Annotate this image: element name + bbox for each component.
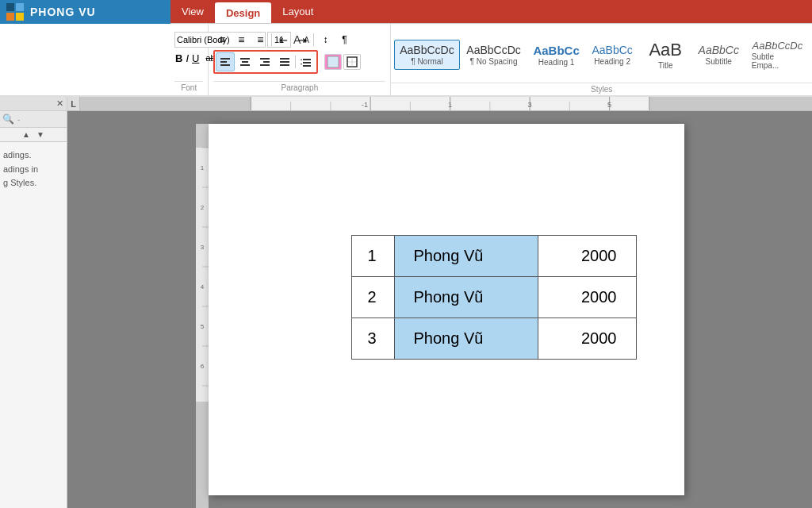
paragraph-controls: ≡ ≡ ≡ ⇤ ⇥ ↕ ¶ xyxy=(213,27,385,81)
tab-layout[interactable]: Layout xyxy=(271,0,324,23)
style-subtitle[interactable]: AaBbCc Subtitle xyxy=(693,40,745,70)
svg-rect-9 xyxy=(280,58,289,60)
nav-content: adings. adings in g Styles. xyxy=(0,142,67,197)
style-title-label: Title xyxy=(658,61,673,70)
svg-rect-3 xyxy=(240,58,250,60)
table-cell-name-3: Phong Vũ xyxy=(394,318,538,360)
svg-marker-15 xyxy=(301,59,302,60)
line-spacing-icon xyxy=(301,56,312,67)
style-heading2[interactable]: AaBbCc Heading 2 xyxy=(587,40,638,70)
bullets-btn[interactable]: ≡ xyxy=(213,32,231,48)
tab-marker[interactable]: L xyxy=(67,97,80,111)
tab-view[interactable]: View xyxy=(170,0,215,23)
alignment-group xyxy=(213,50,318,74)
style-no-spacing-preview: AaBbCcDc xyxy=(466,44,520,56)
logo-sq-4 xyxy=(16,13,24,21)
style-subtitle-label: Subtitle xyxy=(706,57,732,66)
svg-rect-41 xyxy=(196,124,209,148)
underline-btn[interactable]: U xyxy=(191,50,200,66)
svg-text:-1: -1 xyxy=(362,101,368,109)
style-no-spacing[interactable]: AaBbCcDc ¶ No Spacing xyxy=(462,40,527,70)
align-justify-btn[interactable] xyxy=(275,52,294,71)
arrow-down-btn[interactable]: ▼ xyxy=(36,130,44,139)
table-cell-name-1: Phong Vũ xyxy=(394,236,538,277)
style-title[interactable]: AaB Title xyxy=(640,36,691,74)
align-center-btn[interactable] xyxy=(236,52,255,71)
svg-rect-12 xyxy=(303,59,311,60)
para-sep1 xyxy=(271,33,272,46)
table-cell-val-3: 2000 xyxy=(538,318,636,360)
logo-sq-2 xyxy=(16,3,24,11)
svg-marker-16 xyxy=(301,64,302,65)
tab-design[interactable]: Design xyxy=(215,1,271,23)
svg-text:6: 6 xyxy=(200,363,204,370)
logo-area: PHONG VU xyxy=(0,0,170,24)
style-subtle-label: Subtle Empa... xyxy=(752,52,803,70)
line-spacing-btn[interactable] xyxy=(297,52,316,71)
table-cell-val-2: 2000 xyxy=(538,277,636,318)
document-page: 1 Phong Vũ 2000 2 Phong Vũ 2000 3 Phong … xyxy=(209,124,684,495)
shading-icon xyxy=(327,56,339,68)
font-group: A A B I U abc x₂ x² A A A Fon xyxy=(0,24,209,95)
doc-area: L xyxy=(67,97,812,508)
svg-text:2: 2 xyxy=(200,204,204,211)
styles-group: AaBbCcDc ¶ Normal AaBbCcDc ¶ No Spacing … xyxy=(391,24,812,95)
nav-panel: ✕ 🔍 - ▲ ▼ adings. adings in g Styles. xyxy=(0,97,67,508)
search-dash: - xyxy=(17,115,20,124)
logo-sq-1 xyxy=(6,3,14,11)
multilevel-btn[interactable]: ≡ xyxy=(251,32,269,48)
logo-sq-3 xyxy=(6,13,14,21)
svg-text:5: 5 xyxy=(200,323,204,330)
para-sep2 xyxy=(313,33,314,46)
table-cell-num-1: 1 xyxy=(351,236,394,277)
decrease-indent-btn[interactable]: ⇤ xyxy=(274,32,292,48)
show-formatting-btn[interactable]: ¶ xyxy=(335,32,353,48)
ruler-h: -1 1 3 5 xyxy=(80,97,812,110)
align-left-icon xyxy=(220,56,231,67)
table-cell-name-2: Phong Vũ xyxy=(394,277,538,318)
svg-rect-14 xyxy=(303,65,311,67)
increase-indent-btn[interactable]: ⇥ xyxy=(293,32,311,48)
align-center-icon xyxy=(239,56,251,67)
svg-rect-13 xyxy=(303,62,311,64)
table-cell-num-3: 3 xyxy=(351,318,394,360)
nav-arrows-row: ▲ ▼ xyxy=(0,128,67,142)
font-format-row: B I U abc x₂ x² A A A xyxy=(174,50,203,66)
style-heading1-label: Heading 1 xyxy=(538,58,575,67)
paragraph-group: ≡ ≡ ≡ ⇤ ⇥ ↕ ¶ xyxy=(209,24,391,95)
style-subtle-emphasis[interactable]: AaBbCcDc Subtle Empa... xyxy=(746,36,809,74)
font-name-row: A A xyxy=(174,32,203,48)
sort-btn[interactable]: ↕ xyxy=(316,32,334,48)
italic-btn[interactable]: I xyxy=(185,50,190,66)
ruler-area: L xyxy=(67,97,812,111)
align-right-btn[interactable] xyxy=(255,52,274,71)
table-row: 3 Phong Vũ 2000 xyxy=(351,318,636,360)
nav-search-row: 🔍 - xyxy=(0,111,67,128)
svg-rect-8 xyxy=(260,64,270,66)
logo-icon xyxy=(6,3,24,21)
svg-rect-23 xyxy=(649,97,812,110)
svg-rect-7 xyxy=(263,61,270,63)
svg-text:4: 4 xyxy=(200,283,204,291)
shading-btn[interactable] xyxy=(324,54,342,70)
bold-btn[interactable]: B xyxy=(174,50,183,66)
style-heading1[interactable]: AaBbCc Heading 1 xyxy=(528,40,585,71)
svg-text:3: 3 xyxy=(528,101,532,109)
nav-panel-header: ✕ xyxy=(0,97,67,111)
style-normal[interactable]: AaBbCcDc ¶ Normal xyxy=(394,40,459,70)
svg-rect-1 xyxy=(220,61,227,63)
svg-rect-17 xyxy=(327,56,339,67)
border-icon xyxy=(346,56,358,68)
search-icon: 🔍 xyxy=(2,114,14,125)
border-btn[interactable] xyxy=(343,54,361,70)
arrow-up-btn[interactable]: ▲ xyxy=(22,130,30,139)
svg-rect-5 xyxy=(240,64,250,66)
font-controls: A A B I U abc x₂ x² A A A xyxy=(174,27,203,81)
align-left-btn[interactable] xyxy=(216,52,235,71)
svg-rect-10 xyxy=(280,61,289,63)
svg-rect-11 xyxy=(280,64,289,66)
style-normal-label: ¶ Normal xyxy=(411,57,442,66)
nav-close-btn[interactable]: ✕ xyxy=(56,98,63,109)
paragraph-group-label: Paragraph xyxy=(213,81,385,92)
numbering-btn[interactable]: ≡ xyxy=(232,32,250,48)
